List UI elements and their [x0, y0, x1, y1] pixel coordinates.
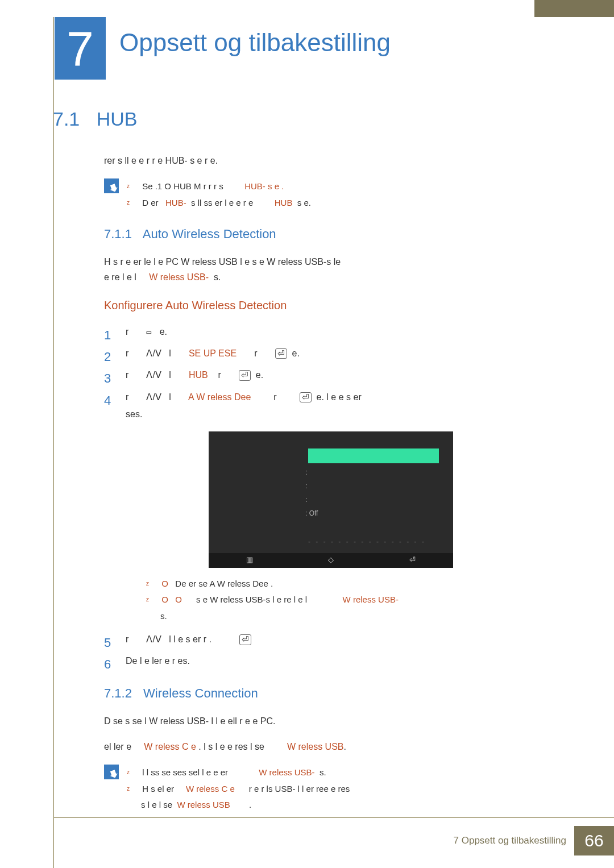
footer-chapter-ref: 7 Oppsett og tilbakestilling	[454, 835, 566, 846]
subsection-heading: 7.1.2 Wireless Connection	[104, 686, 536, 701]
header-accent-bar	[534, 0, 614, 17]
note-line: D er HUB- s ll ss er l e e r e HUB s e.	[127, 195, 311, 211]
footer-rule	[53, 817, 614, 818]
bullet: O De er se A W reless Dee .	[146, 576, 536, 592]
procedure-heading: Konfigurere Auto Wireless Detection	[104, 299, 536, 312]
step: r ᐱ/ᐯ l l e s er r . ⏎	[104, 631, 536, 648]
body-text: H s r e er le l e PC W reless USB l e s …	[104, 254, 536, 285]
osd-enter-icon: ⏎	[409, 553, 416, 567]
enter-icon: ⏎	[239, 634, 251, 645]
step: De l e ler e r es.	[104, 653, 536, 670]
subsection-number: 7.1.2	[104, 686, 132, 700]
page-footer: 7 Oppsett og tilbakestilling 66	[454, 826, 614, 855]
note-line: Se .1 O HUB M r r r s HUB- s e .	[127, 178, 311, 195]
up-down-icon: ᐱ/ᐯ	[146, 348, 161, 358]
osd-menu-icon: ▥	[246, 553, 253, 567]
section-intro: rer s ll e e r r e HUB- s e r e.	[104, 153, 536, 168]
page-number: 66	[574, 826, 614, 855]
up-down-icon: ᐱ/ᐯ	[146, 370, 161, 380]
steps-list: r ▭ e. r ᐱ/ᐯ l SE UP ESE r ⏎ e. r ᐱ/ᐯ	[104, 323, 536, 670]
osd-value-column: Off	[305, 466, 318, 520]
enter-icon: ⏎	[275, 348, 287, 359]
step: r ᐱ/ᐯ l A W reless Dee r ⏎ e. l e e s er…	[104, 389, 536, 624]
note-line: H s el er W reless C e r e r ls USB- l l…	[127, 781, 350, 813]
note-box: Se .1 O HUB M r r r s HUB- s e . D er HU…	[104, 178, 536, 211]
osd-dotted-value: - - - - - - - - - - - - - - - -	[308, 535, 426, 549]
osd-highlight-row	[308, 448, 439, 463]
enter-icon: ⏎	[239, 370, 251, 381]
body-text: el ler e W reless C e . l s l e e res l …	[104, 739, 536, 754]
subsection-title: Wireless Connection	[143, 686, 258, 700]
chapter-number-badge: 7	[55, 17, 106, 80]
step: r ▭ e.	[104, 323, 536, 340]
subsection-number: 7.1.1	[104, 227, 132, 241]
step: r ᐱ/ᐯ l HUB r ⏎ e.	[104, 367, 536, 384]
subsection-title: Auto Wireless Detection	[143, 227, 276, 241]
step: r ᐱ/ᐯ l SE UP ESE r ⏎ e.	[104, 345, 536, 362]
note-line: l l ss se ses sel l e e er W reless USB-…	[127, 765, 350, 781]
osd-preview: Off - - - - - - - - - - - - - - - - ▥ ◇ …	[209, 431, 453, 568]
enter-icon: ⏎	[300, 392, 312, 403]
up-down-icon: ᐱ/ᐯ	[146, 634, 161, 644]
subsection-heading: 7.1.1 Auto Wireless Detection	[104, 227, 536, 242]
note-icon	[104, 765, 119, 779]
menu-icon: ▭	[146, 327, 149, 337]
section-number: 7.1	[53, 108, 80, 130]
up-down-icon: ᐱ/ᐯ	[146, 392, 161, 402]
osd-adjust-icon: ◇	[328, 553, 334, 567]
sub-bullets: O De er se A W reless Dee . O O s e W re…	[146, 576, 536, 625]
note-icon	[104, 178, 119, 193]
bullet: O O s e W reless USB-s l e re l e l W re…	[146, 592, 536, 624]
section-title: HUB	[97, 108, 138, 130]
note-box: l l ss se ses sel l e e er W reless USB-…	[104, 765, 536, 813]
body-text: D se s se l W reless USB- l l e ell r e …	[104, 713, 536, 729]
osd-button-bar: ▥ ◇ ⏎	[209, 553, 453, 568]
chapter-title: Oppsett og tilbakestilling	[119, 28, 391, 57]
section-heading: 7.1 HUB	[53, 108, 553, 130]
